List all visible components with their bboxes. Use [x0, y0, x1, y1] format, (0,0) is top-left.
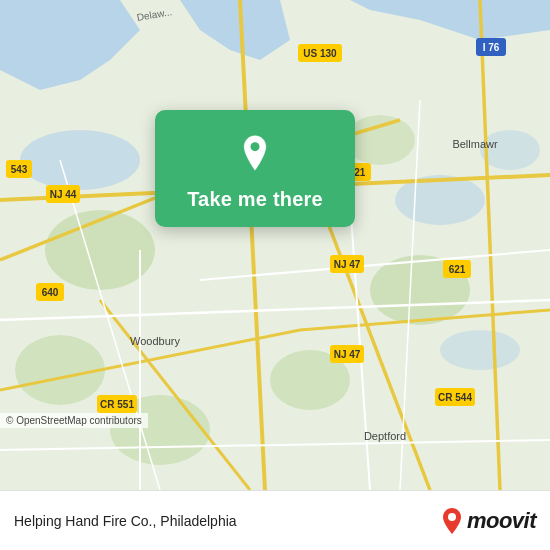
moovit-logo-text: moovit: [467, 508, 536, 534]
place-name: Helping Hand Fire Co., Philadelphia: [14, 513, 441, 529]
svg-text:640: 640: [42, 287, 59, 298]
svg-point-8: [45, 210, 155, 290]
take-me-there-button-label: Take me there: [187, 188, 323, 211]
svg-point-13: [345, 115, 415, 165]
svg-point-7: [440, 330, 520, 370]
svg-text:CR 551: CR 551: [100, 399, 134, 410]
svg-text:NJ 47: NJ 47: [334, 259, 361, 270]
svg-point-6: [480, 130, 540, 170]
bottom-bar: Helping Hand Fire Co., Philadelphia moov…: [0, 490, 550, 550]
svg-text:621: 621: [449, 264, 466, 275]
svg-text:US 130: US 130: [303, 48, 337, 59]
svg-text:CR 544: CR 544: [438, 392, 472, 403]
moovit-pin-icon: [441, 507, 463, 535]
svg-point-56: [250, 142, 259, 151]
svg-point-4: [20, 130, 140, 190]
svg-text:Deptford: Deptford: [364, 430, 406, 442]
svg-point-12: [15, 335, 105, 405]
svg-text:I 76: I 76: [483, 42, 500, 53]
svg-text:NJ 47: NJ 47: [334, 349, 361, 360]
location-pin-icon: [230, 128, 280, 178]
svg-text:543: 543: [11, 164, 28, 175]
svg-text:Woodbury: Woodbury: [130, 335, 180, 347]
svg-text:Bellmawr: Bellmawr: [452, 138, 498, 150]
svg-text:NJ 44: NJ 44: [50, 189, 77, 200]
take-me-there-card[interactable]: Take me there: [155, 110, 355, 227]
map-container: US 130 I 76 NJ 44 621 621 640 NJ 47 NJ 4…: [0, 0, 550, 490]
map-attribution: © OpenStreetMap contributors: [0, 413, 148, 428]
moovit-logo: moovit: [441, 507, 536, 535]
svg-point-57: [448, 513, 456, 521]
